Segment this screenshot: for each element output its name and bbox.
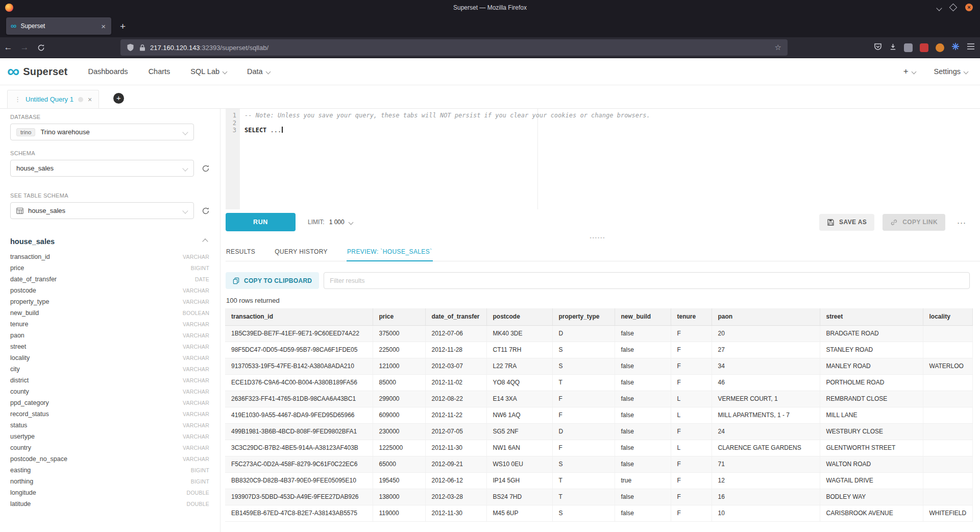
column-header-date_of_transfer[interactable]: date_of_transfer [425,308,486,325]
table-cell [923,456,972,472]
extension-mask-icon[interactable] [904,43,913,52]
query-tab[interactable]: ⋮ Untitled Query 1 × [7,90,99,108]
bookmark-star-icon[interactable]: ☆ [775,43,781,52]
column-header-locality[interactable]: locality [923,308,972,325]
table-cell [923,407,972,423]
nav-data-label: Data [247,67,263,76]
query-tab-title: Untitled Query 1 [26,95,74,103]
table-cell: SG5 2NF [486,423,552,440]
column-header-tenure[interactable]: tenure [671,308,712,325]
menu-icon[interactable] [967,43,975,52]
column-header-paon[interactable]: paon [712,308,820,325]
window-minimize-icon[interactable] [937,3,941,12]
pane-resize-handle[interactable]: •••••• [226,235,970,241]
url-bar[interactable]: 217.160.120.143:32393/superset/sqllab/ ☆ [120,39,788,56]
brand-name[interactable]: Superset [23,66,67,78]
window-close-icon[interactable]: × [965,4,973,11]
table-cell [923,325,972,342]
refresh-table-button[interactable] [202,207,210,215]
column-name: date_of_transfer [10,276,195,283]
extension-adblock-icon[interactable] [920,43,928,52]
back-button[interactable]: ← [0,42,16,53]
table-cell: PORTHOLME ROAD [820,374,923,391]
table-row: 91370533-19F5-47FE-B142-A380A8ADA2101210… [225,358,972,374]
table-row: F5C273AC-0D2A-458F-8279-9C61F0C22EC66500… [225,456,972,472]
save-as-button[interactable]: SAVE AS [819,214,874,231]
results-tab-preview-house-sales[interactable]: PREVIEW: `HOUSE_SALES` [347,243,433,261]
limit-dropdown[interactable]: LIMIT: 1 000 [308,219,353,226]
tab-close-icon[interactable]: × [100,22,107,31]
column-name: usertype [10,433,183,440]
shield-icon[interactable] [127,43,134,52]
column-type: DATE [195,276,209,282]
table-cell: L [671,440,712,456]
browser-tab-superset[interactable]: ∞ Superset × [6,17,111,35]
column-type: VARCHAR [183,445,209,451]
column-name: northing [10,478,191,485]
table-cell: T [552,472,615,489]
database-select[interactable]: trino Trino warehouse [10,124,194,140]
downloads-icon[interactable] [889,43,897,53]
window-maximize-icon[interactable] [950,3,956,12]
table-cell: 46 [712,374,820,391]
superset-logo-icon[interactable]: ∞ [7,64,19,78]
table-cell: 98F5DC47-0D05-4D59-95B7-98CA6F1FDE05 [225,342,373,358]
table-cell: 34 [712,358,820,374]
table-cell: false [615,505,671,521]
run-button[interactable]: RUN [226,213,296,231]
table-cell: 2012-11-22 [425,407,486,423]
column-header-new_build[interactable]: new_build [615,308,671,325]
nav-data[interactable]: Data [247,67,270,76]
column-header-price[interactable]: price [373,308,425,325]
nav-dashboards[interactable]: Dashboards [88,67,128,76]
line-number: 3 [226,127,236,134]
table-cell: WAGTAIL DRIVE [820,472,923,489]
column-type: VARCHAR [183,299,209,305]
column-header-postcode[interactable]: postcode [486,308,552,325]
extension-sparkle-icon[interactable] [951,42,960,53]
table-select[interactable]: house_sales [10,202,194,219]
copy-to-clipboard-button[interactable]: COPY TO CLIPBOARD [226,272,319,289]
collapse-table-icon[interactable] [202,238,208,244]
table-row: 419E1030-9A55-4467-8DA9-9FED95D659666090… [225,407,972,423]
new-tab-button[interactable]: + [120,21,126,31]
extension-avatar-icon[interactable] [936,43,944,52]
column-item-status: statusVARCHAR [10,420,209,431]
column-item-new_build: new_buildBOOLEAN [10,307,209,319]
table-cell: false [615,374,671,391]
add-query-tab-button[interactable]: + [113,93,124,104]
table-row: 3C3C29DC-B7B2-4BE5-914A-A38123AF403B1225… [225,440,972,456]
editor-code[interactable]: -- Note: Unless you save your query, the… [240,109,970,209]
results-tab-results[interactable]: RESULTS [226,243,256,261]
add-new-button[interactable]: + [903,66,916,77]
refresh-schema-button[interactable] [202,164,210,173]
schema-select[interactable]: house_sales [10,160,194,177]
sql-editor[interactable]: 1 2 3 -- Note: Unless you save your quer… [226,109,970,209]
drag-handle-icon[interactable]: ⋮ [14,95,21,103]
results-tab-query-history[interactable]: QUERY HISTORY [274,243,328,261]
lock-icon[interactable] [139,44,145,52]
column-type: BIGINT [191,467,209,473]
pocket-icon[interactable] [874,42,882,53]
nav-charts[interactable]: Charts [149,67,170,76]
column-name: property_type [10,298,183,305]
reload-button[interactable] [33,42,49,53]
column-header-property_type[interactable]: property_type [552,308,615,325]
column-header-transaction_id[interactable]: transaction_id [225,308,373,325]
table-cell: 12 [712,472,820,489]
column-header-street[interactable]: street [820,308,923,325]
copy-link-button[interactable]: COPY LINK [883,214,945,231]
table-cell: BS24 7HD [486,489,552,505]
table-cell: F [671,358,712,374]
settings-menu[interactable]: Settings [934,67,968,76]
filter-results-input[interactable] [324,272,970,289]
table-cell: D [552,423,615,440]
table-cell: 193907D3-5DBD-453D-A49E-9FEE27DAB926 [225,489,373,505]
limit-label: LIMIT: [308,219,325,226]
url-path: :32393/superset/sqllab/ [200,44,268,52]
table-cell: 2636F323-FF41-4765-81DB-98CAA6A43BC1 [225,391,373,407]
more-options-button[interactable]: ··· [953,218,970,227]
nav-sql-lab[interactable]: SQL Lab [190,67,227,76]
query-tab-close-icon[interactable]: × [88,95,92,104]
forward-button[interactable]: → [16,42,33,53]
